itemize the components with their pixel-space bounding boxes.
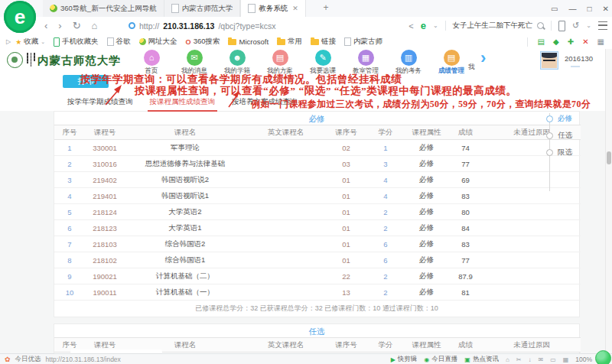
weather-icon[interactable]: ⌂: [506, 356, 509, 363]
horizontal-scrollbar[interactable]: [70, 349, 162, 353]
bookmark-item[interactable]: O360搜索: [186, 37, 220, 47]
browser-window: e 360导航_新一代安全上网导航 内蒙古师范大学 教务系统 ✕ + ▭ — □…: [0, 0, 612, 364]
bookmark-item[interactable]: 谷歌: [107, 37, 131, 47]
clip-icon[interactable]: ✂: [516, 356, 522, 363]
tab-by-course-attribute[interactable]: 按课程属性成绩查询: [148, 96, 218, 112]
nav-student-status[interactable]: ☻我的学籍: [220, 50, 254, 76]
cell: 01: [326, 236, 366, 252]
site-favicon-icon: [50, 5, 57, 12]
cell: 83: [448, 236, 483, 252]
nav-exams[interactable]: ▥我的考务: [392, 50, 425, 76]
hot-search-box[interactable]: 女子上午生二胎下午死亡: [453, 21, 545, 31]
cell: 2: [366, 204, 405, 220]
cell: 2: [54, 156, 85, 172]
bookmark-label: 内蒙古师: [353, 37, 382, 47]
radio-icon: [546, 132, 553, 139]
refresh-button[interactable]: ↻: [73, 20, 81, 31]
nav-student-status-icon: ☻: [230, 50, 246, 66]
chevron-right-icon[interactable]: ›: [480, 49, 486, 68]
address-bar[interactable]: http://210.31.186.13/qbcj?type=kcsx: [129, 18, 275, 33]
cell: 必修: [405, 220, 448, 236]
nav-exams-icon: ▥: [401, 50, 417, 66]
statusbar-item-label: 快剪辑: [398, 355, 418, 364]
close-button[interactable]: ✕: [603, 5, 609, 13]
tab-close-icon[interactable]: ✕: [292, 5, 298, 12]
back-button[interactable]: ‹: [44, 20, 47, 31]
bookmark-item[interactable]: ★收藏⌄: [15, 37, 45, 47]
cell: 1: [54, 140, 85, 156]
column-header: 课程名: [125, 125, 246, 140]
anchor-item[interactable]: 任选: [539, 127, 585, 144]
toolbar-right: < e ⌄ 女子上午生二胎下午死亡 ↺⌄: [409, 17, 607, 34]
new-tab-button[interactable]: +: [320, 2, 332, 15]
chevron-down-icon[interactable]: ⌄: [586, 22, 591, 29]
avatar[interactable]: [540, 51, 558, 70]
blocker-extension-icon[interactable]: ✕: [582, 37, 588, 46]
bookmark-item[interactable]: 常用: [277, 37, 302, 47]
chevron-down-icon[interactable]: ⌄: [433, 22, 438, 29]
student-id: 2016130: [565, 54, 593, 63]
cell: [246, 353, 326, 354]
anchor-items: 必修任选限选: [539, 110, 585, 161]
minimize-button[interactable]: —: [569, 5, 577, 13]
nav-home[interactable]: ⌂首页: [135, 50, 168, 76]
table-row: 9190021计算机基础（二）222必修87.9: [54, 268, 581, 284]
nav-grades[interactable]: ▤成绩管理: [435, 50, 468, 76]
undo-icon[interactable]: ↺: [572, 21, 579, 31]
section-title: 必修: [54, 112, 579, 125]
nav-plan[interactable]: ▤我的方案: [263, 50, 297, 76]
notes-extension-icon[interactable]: ▤: [538, 37, 545, 46]
apps-grid-icon[interactable]: ▦: [597, 37, 604, 46]
anchor-item[interactable]: 限选: [539, 144, 585, 161]
panel-icon[interactable]: ▦: [563, 356, 569, 363]
bookmark-item[interactable]: 网址大全: [139, 37, 177, 47]
column-header: 课程属性: [405, 125, 448, 140]
menu-icon[interactable]: [598, 21, 607, 30]
statusbar-item-icon: ▣: [464, 356, 470, 363]
browser-tab-360nav[interactable]: 360导航_新一代安全上网导航: [43, 0, 164, 17]
statusbar-item[interactable]: ▣热点资讯: [464, 355, 499, 364]
site-info-icon[interactable]: [129, 22, 135, 29]
forward-button[interactable]: ›: [58, 20, 61, 31]
collapse-sidebar-icon[interactable]: ▷: [6, 38, 11, 45]
today-picks-label[interactable]: 今日优选: [15, 355, 41, 364]
cell: 任选: [405, 353, 448, 354]
zoom-level[interactable]: 100%: [575, 356, 592, 363]
browser-menu-icon[interactable]: e: [421, 20, 426, 31]
page-icon: [344, 37, 351, 46]
add-extension-icon[interactable]: ✚: [568, 37, 574, 46]
anchor-item[interactable]: 必修: [539, 110, 585, 127]
cell: 韩国语视听说1: [125, 188, 246, 204]
nav-more[interactable]: › 我: [468, 49, 499, 73]
shield-extension-icon[interactable]: ◆: [553, 37, 559, 46]
speed-ball-button[interactable]: [595, 350, 611, 364]
phone-sync-icon[interactable]: [558, 21, 565, 31]
vertical-scrollbar[interactable]: [605, 49, 612, 353]
bookmark-item[interactable]: 手机收藏夹: [54, 37, 99, 47]
page-content: 内蒙古师范大学 ⌂首页✉我的消息☻我的学籍▤我的方案✎我要选课▦教室管理▥我的考…: [0, 49, 612, 353]
statusbar-item[interactable]: ◉今日直播: [424, 355, 457, 364]
nav-classroom[interactable]: ▦教室管理: [349, 50, 382, 76]
search-icon[interactable]: [537, 22, 544, 29]
home-button[interactable]: ⌂: [92, 20, 98, 31]
browser-tab-jwxt[interactable]: 教务系统 ✕: [240, 0, 306, 17]
download-icon[interactable]: ↓: [528, 356, 531, 363]
bookmark-item[interactable]: Microsoft: [228, 37, 269, 46]
bookmark-item[interactable]: 内蒙古师: [344, 37, 382, 47]
nav-course-selection[interactable]: ✎我要选课: [306, 50, 340, 76]
feedback-icon[interactable]: ▭: [551, 5, 558, 13]
share-icon[interactable]: <: [409, 21, 413, 31]
browser-logo-icon[interactable]: e: [4, 1, 36, 33]
statusbar-item[interactable]: ▶快剪辑: [391, 355, 418, 364]
mail-icon[interactable]: ✉: [538, 356, 543, 363]
nav-messages[interactable]: ✉我的消息: [177, 50, 211, 76]
cell: 01: [326, 252, 366, 268]
maximize-button[interactable]: □: [588, 5, 592, 13]
cell: 84: [448, 220, 483, 236]
window-icon[interactable]: ▭: [550, 356, 556, 363]
bookmark-item[interactable]: 链接: [311, 37, 336, 47]
table-row: 5218124大学英语2012必修80: [54, 204, 581, 220]
scrollbar-thumb[interactable]: [607, 151, 611, 164]
bookmark-label: 常用: [288, 37, 302, 47]
browser-tab-university[interactable]: 内蒙古师范大学: [164, 0, 241, 17]
